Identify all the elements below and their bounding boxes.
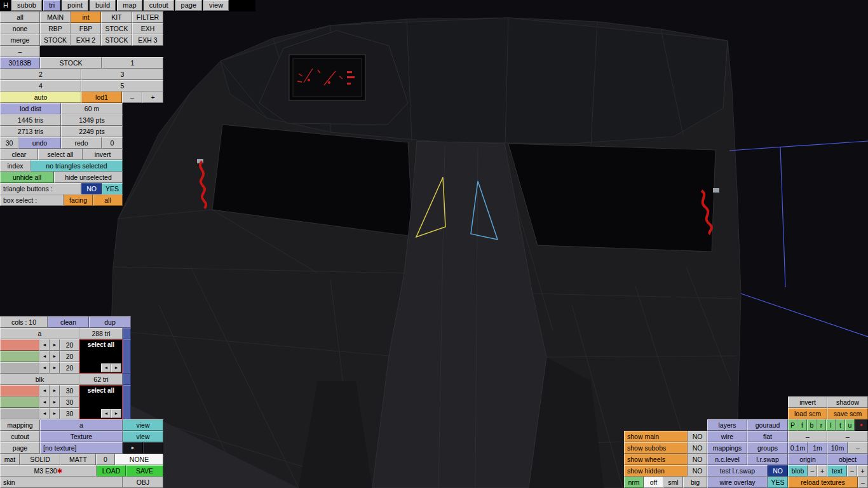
filter-stock-1[interactable]: STOCK: [101, 23, 132, 34]
value-increment-button[interactable]: ►: [50, 385, 60, 396]
view-perspective-button[interactable]: P: [788, 419, 797, 431]
flat-button[interactable]: flat: [747, 431, 788, 442]
wire-overlay-toggle[interactable]: YES: [768, 477, 788, 488]
value-decrement-button[interactable]: ◄: [39, 351, 50, 362]
show-main-toggle[interactable]: NO: [688, 431, 707, 442]
dup-button[interactable]: dup: [89, 316, 131, 328]
show-main-button[interactable]: show main: [624, 431, 688, 442]
clear-button[interactable]: clear: [0, 149, 38, 160]
value-decrement-button[interactable]: ◄: [39, 362, 50, 374]
value-increment-button[interactable]: ►: [50, 351, 60, 362]
materials-scrollbar[interactable]: [123, 374, 131, 385]
materials-scrollbar[interactable]: [123, 339, 131, 374]
text-plus-button[interactable]: +: [857, 465, 868, 477]
mapping-value[interactable]: a: [40, 419, 123, 431]
texture-page-value[interactable]: [no texture]: [40, 442, 123, 454]
object-button[interactable]: object: [827, 454, 868, 465]
color-swatch-gray[interactable]: [0, 362, 39, 374]
show-wheels-toggle[interactable]: NO: [688, 454, 707, 465]
mappings-button[interactable]: mappings: [707, 442, 747, 454]
view-left-button[interactable]: l: [826, 419, 836, 431]
filter-rbp[interactable]: RBP: [40, 23, 71, 34]
value-decrement-button[interactable]: ◄: [39, 396, 50, 408]
undo-button[interactable]: undo: [18, 137, 61, 149]
index-button[interactable]: index: [0, 160, 31, 172]
invert-shadow-button[interactable]: invert: [788, 396, 827, 408]
lod-current[interactable]: lod1: [81, 92, 122, 103]
box-select-facing[interactable]: facing: [64, 194, 93, 206]
lod-minus-button[interactable]: –: [122, 92, 142, 103]
nrm-off-button[interactable]: off: [644, 477, 663, 488]
reload-textures-button[interactable]: reload textures: [788, 477, 858, 488]
nclevel-button[interactable]: n.c.level: [707, 454, 747, 465]
text-minus-button[interactable]: –: [847, 465, 857, 477]
channel-value[interactable]: 30: [60, 396, 79, 408]
menu-subob[interactable]: subob: [11, 0, 42, 11]
filter-minus[interactable]: –: [0, 46, 40, 57]
lod-plus-button[interactable]: +: [142, 92, 163, 103]
channel-value[interactable]: 30: [60, 385, 79, 396]
filter-exh3[interactable]: EXH 3: [132, 34, 163, 46]
grid-01m-button[interactable]: 0.1m: [788, 442, 808, 454]
redo-button[interactable]: redo: [61, 137, 102, 149]
nrm-big-button[interactable]: big: [683, 477, 707, 488]
value-increment-button[interactable]: ►: [50, 396, 60, 408]
save-button[interactable]: SAVE: [126, 465, 163, 477]
material-blk-name[interactable]: blk: [0, 374, 79, 385]
mat-solid-button[interactable]: SOLID: [20, 454, 60, 465]
grid-10m-button[interactable]: 10m: [827, 442, 848, 454]
filter-exh[interactable]: EXH: [132, 23, 163, 34]
filter-main[interactable]: MAIN: [40, 11, 71, 23]
blob-button[interactable]: blob: [788, 465, 808, 477]
channel-value[interactable]: 30: [60, 408, 79, 419]
hide-unselected-button[interactable]: hide unselected: [54, 172, 123, 183]
menu-h[interactable]: H: [0, 0, 11, 11]
filter-kit[interactable]: KIT: [101, 11, 132, 23]
triangle-buttons-no[interactable]: NO: [81, 183, 102, 194]
wire-button[interactable]: wire: [707, 431, 747, 442]
prev-material-button[interactable]: ◄: [101, 363, 111, 372]
select-all-label[interactable]: select all: [80, 387, 122, 394]
record-dot-button[interactable]: ●: [855, 419, 868, 431]
load-button[interactable]: LOAD: [97, 465, 126, 477]
car-name[interactable]: M3 E30✱: [0, 465, 97, 477]
filter-all[interactable]: all: [0, 11, 40, 23]
filter-exh2[interactable]: EXH 2: [71, 34, 101, 46]
filter-stock-3[interactable]: STOCK: [101, 34, 132, 46]
next-page-button[interactable]: ►: [123, 442, 143, 454]
test-lrswap-toggle[interactable]: NO: [768, 465, 788, 477]
filter-merge[interactable]: merge: [0, 34, 40, 46]
nrm-sml-button[interactable]: sml: [663, 477, 683, 488]
mapping-view-button[interactable]: view: [123, 419, 163, 431]
blob-minus-button[interactable]: –: [808, 465, 817, 477]
box-select-all[interactable]: all: [93, 194, 123, 206]
subobject-stock[interactable]: STOCK: [40, 57, 102, 69]
material-blk-select-all-box[interactable]: select all ◄ ►: [79, 385, 123, 419]
groups-button[interactable]: groups: [747, 442, 788, 454]
invert-button[interactable]: invert: [83, 149, 123, 160]
gouraud-button[interactable]: gouraud: [747, 419, 788, 431]
nrm-button[interactable]: nrm: [624, 477, 644, 488]
value-increment-button[interactable]: ►: [50, 408, 60, 419]
filter-fbp[interactable]: FBP: [71, 23, 101, 34]
view-back-button[interactable]: b: [807, 419, 817, 431]
show-subobs-button[interactable]: show subobs: [624, 442, 688, 454]
select-all-button[interactable]: select all: [38, 149, 83, 160]
subobject-slot-5[interactable]: 5: [81, 80, 163, 92]
subobject-slot-2[interactable]: 2: [0, 69, 81, 80]
cols-count[interactable]: cols : 10: [0, 316, 48, 328]
lod-auto-button[interactable]: auto: [0, 92, 81, 103]
grid-minus-button[interactable]: –: [848, 442, 868, 454]
menu-page[interactable]: page: [175, 0, 202, 11]
menu-tri[interactable]: tri: [43, 0, 60, 11]
subobject-slot-1[interactable]: 1: [102, 57, 163, 69]
subobject-slot-4[interactable]: 4: [0, 80, 81, 92]
next-material-button[interactable]: ►: [111, 409, 121, 418]
show-wheels-button[interactable]: show wheels: [624, 454, 688, 465]
unhide-all-button[interactable]: unhide all: [0, 172, 54, 183]
next-material-button[interactable]: ►: [111, 363, 121, 372]
cutout-view-button[interactable]: view: [123, 431, 163, 442]
color-swatch-gray[interactable]: [0, 408, 39, 419]
view-under-button[interactable]: u: [845, 419, 855, 431]
color-swatch-green[interactable]: [0, 351, 39, 362]
